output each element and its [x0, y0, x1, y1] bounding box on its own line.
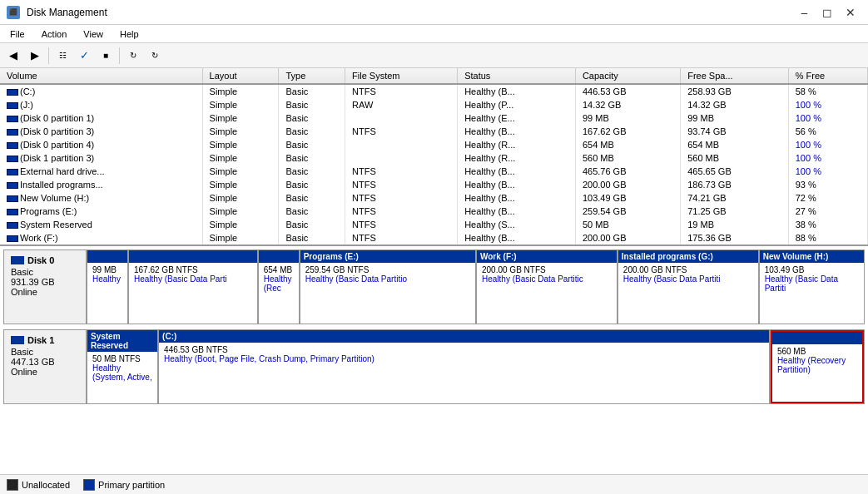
minimize-button[interactable]: ‒: [793, 4, 815, 21]
table-row[interactable]: (J:)SimpleBasicRAWHealthy (P...14.32 GB1…: [0, 98, 868, 111]
cell-9-0: Programs (E:): [0, 205, 202, 218]
cell-7-2: Basic: [279, 178, 345, 191]
cell-0-6: 258.93 GB: [681, 84, 789, 98]
cell-2-5: 99 MB: [575, 111, 680, 125]
refresh-button[interactable]: ↻: [145, 46, 165, 66]
cell-6-4: Healthy (B...: [458, 165, 576, 178]
row-disk-icon: [7, 195, 18, 202]
back-button[interactable]: ◀: [3, 46, 23, 66]
disk0-installed[interactable]: Installed programs (G:) 200.00 GB NTFS H…: [618, 250, 760, 324]
cell-11-4: Healthy (B...: [458, 231, 576, 245]
disk1-c[interactable]: (C:) 446.53 GB NTFS Healthy (Boot, Page …: [159, 330, 771, 403]
col-volume[interactable]: Volume: [0, 68, 202, 84]
cell-4-5: 654 MB: [575, 138, 680, 151]
disk0-programs[interactable]: Programs (E:) 259.54 GB NTFS Healthy (Ba…: [300, 250, 477, 324]
menu-action[interactable]: Action: [35, 27, 74, 41]
cell-1-0: (J:): [0, 98, 202, 111]
disk0-part1[interactable]: 99 MB Healthy: [87, 250, 129, 324]
row-disk-icon: [7, 156, 18, 162]
table-row[interactable]: (Disk 1 partition 3)SimpleBasicHealthy (…: [0, 151, 868, 165]
cell-0-0: (C:): [0, 84, 202, 98]
unallocated-label: Unallocated: [22, 480, 70, 490]
disk0-size: 931.39 GB: [11, 277, 79, 287]
toolbar-sep-2: [119, 47, 120, 64]
cell-10-0: System Reserved: [0, 218, 202, 231]
menu-view[interactable]: View: [77, 27, 110, 41]
disk0-work[interactable]: Work (F:) 200.00 GB NTFS Healthy (Basic …: [477, 250, 618, 324]
cell-9-3: NTFS: [345, 205, 458, 218]
disk0-part4[interactable]: 654 MB Healthy (Rec: [259, 250, 300, 324]
disk-properties-button[interactable]: ■: [96, 46, 116, 66]
cell-8-4: Healthy (B...: [458, 191, 576, 205]
cell-7-5: 200.00 GB: [575, 178, 680, 191]
table-row[interactable]: Programs (E:)SimpleBasicNTFSHealthy (B..…: [0, 205, 868, 218]
table-row[interactable]: (Disk 0 partition 3)SimpleBasicNTFSHealt…: [0, 125, 868, 138]
cell-10-2: Basic: [279, 218, 345, 231]
col-filesystem[interactable]: File System: [345, 68, 458, 84]
cell-11-1: Simple: [202, 231, 279, 245]
forward-button[interactable]: ▶: [25, 46, 45, 66]
unallocated-icon: [7, 479, 18, 491]
cell-4-1: Simple: [202, 138, 279, 151]
cell-10-4: Healthy (S...: [458, 218, 576, 231]
cell-7-1: Simple: [202, 178, 279, 191]
cell-1-4: Healthy (P...: [458, 98, 576, 111]
disk0-part3[interactable]: 167.62 GB NTFS Healthy (Basic Data Parti: [129, 250, 259, 324]
disk-view-container[interactable]: Disk 0 Basic 931.39 GB Online 99 MB Heal…: [0, 246, 868, 474]
cell-1-2: Basic: [279, 98, 345, 111]
cell-3-0: (Disk 0 partition 3): [0, 125, 202, 138]
cell-4-6: 654 MB: [681, 138, 789, 151]
col-pct[interactable]: % Free: [788, 68, 867, 84]
cell-5-5: 560 MB: [575, 151, 680, 165]
disk0-newvol[interactable]: New Volume (H:) 103.49 GB Healthy (Basic…: [760, 250, 864, 324]
menu-file[interactable]: File: [3, 27, 32, 41]
properties-button[interactable]: ✓: [74, 46, 94, 66]
cell-5-3: [345, 151, 458, 165]
app-icon: [7, 6, 20, 19]
cell-0-7: 58 %: [788, 84, 867, 98]
disk1-recovery[interactable]: 560 MB Healthy (Recovery Partition): [771, 330, 864, 403]
col-type[interactable]: Type: [279, 68, 345, 84]
col-status[interactable]: Status: [458, 68, 576, 84]
table-row[interactable]: Installed programs...SimpleBasicNTFSHeal…: [0, 178, 868, 191]
cell-5-2: Basic: [279, 151, 345, 165]
table-row[interactable]: (Disk 0 partition 4)SimpleBasicHealthy (…: [0, 138, 868, 151]
row-disk-icon: [7, 142, 18, 149]
table-row[interactable]: New Volume (H:)SimpleBasicNTFSHealthy (B…: [0, 191, 868, 205]
col-layout[interactable]: Layout: [202, 68, 279, 84]
disk0-partitions: 99 MB Healthy 167.62 GB NTFS Healthy (Ba…: [87, 250, 864, 324]
row-disk-icon: [7, 235, 18, 242]
cell-7-3: NTFS: [345, 178, 458, 191]
cell-2-6: 99 MB: [681, 111, 789, 125]
menu-help[interactable]: Help: [113, 27, 146, 41]
table-header: Volume Layout Type File System Status Ca…: [0, 68, 868, 84]
disk1-sysreserved[interactable]: System Reserved 50 MB NTFS Healthy (Syst…: [87, 330, 159, 403]
cell-8-3: NTFS: [345, 191, 458, 205]
cell-7-6: 186.73 GB: [681, 178, 789, 191]
row-disk-icon: [7, 116, 18, 122]
disk0-label: Disk 0 Basic 931.39 GB Online: [4, 250, 87, 324]
cell-4-2: Basic: [279, 138, 345, 151]
primary-label: Primary partition: [98, 480, 165, 490]
cell-6-5: 465.76 GB: [575, 165, 680, 178]
table-row[interactable]: External hard drive...SimpleBasicNTFSHea…: [0, 165, 868, 178]
table-row[interactable]: Work (F:)SimpleBasicNTFSHealthy (B...200…: [0, 231, 868, 245]
rescan-button[interactable]: ↻: [123, 46, 143, 66]
cell-2-1: Simple: [202, 111, 279, 125]
table-row[interactable]: System ReservedSimpleBasicNTFSHealthy (S…: [0, 218, 868, 231]
maximize-button[interactable]: ◻: [816, 4, 838, 21]
table-row[interactable]: (Disk 0 partition 1)SimpleBasicHealthy (…: [0, 111, 868, 125]
col-free[interactable]: Free Spa...: [681, 68, 789, 84]
table-row[interactable]: (C:)SimpleBasicNTFSHealthy (B...446.53 G…: [0, 84, 868, 98]
show-volumes-button[interactable]: ☷: [52, 46, 72, 66]
close-button[interactable]: ✕: [840, 4, 861, 21]
col-capacity[interactable]: Capacity: [575, 68, 680, 84]
cell-11-3: NTFS: [345, 231, 458, 245]
title-bar-controls: ‒ ◻ ✕: [793, 4, 861, 21]
cell-5-1: Simple: [202, 151, 279, 165]
cell-11-7: 88 %: [788, 231, 867, 245]
cell-7-0: Installed programs...: [0, 178, 202, 191]
cell-6-1: Simple: [202, 165, 279, 178]
disk1-status: Online: [11, 367, 79, 377]
legend-unallocated: Unallocated: [7, 479, 70, 491]
